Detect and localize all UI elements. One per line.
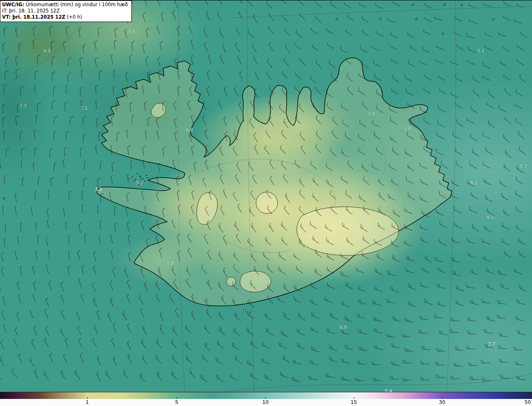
vestmannaeyjar-islands (243, 309, 250, 313)
weather-map-canvas: 7.44.35.17.37.13.02.62.86.85.55.73.36.13… (0, 0, 532, 406)
colorbar-tick: 1 (86, 399, 89, 406)
title-line: UWC/IG: Úrkomumætti (mm) og vindur í 100… (2, 2, 128, 8)
colorbar-tick: 30 (439, 399, 445, 406)
valid-time-bold: VT: þri. 18.11.2025 12Z (2, 14, 65, 20)
map-area: 7.44.35.17.37.13.02.62.86.85.55.73.36.13… (0, 0, 532, 406)
iceland-map-svg (0, 0, 532, 406)
colorbar-tick: 5 (175, 399, 178, 406)
colorbar-gradient (0, 392, 532, 399)
title-text: Úrkomumætti (mm) og vindur í 100m hæð (24, 2, 128, 7)
iceland-coastline (97, 58, 452, 306)
myrdalsjokull-outline (240, 271, 271, 292)
valid-time-line: VT: þri. 18.11.2025 12Z (+0 h) (2, 14, 128, 20)
model-name: UWC/IG: (2, 2, 24, 7)
colorbar-tick-labels: 1510153050 (0, 399, 532, 406)
colorbar-tick: 15 (351, 399, 357, 406)
colorbar-tick: 50 (525, 399, 531, 406)
valid-time-offset: (+0 h) (65, 14, 82, 20)
map-title-box: UWC/IG: Úrkomumætti (mm) og vindur í 100… (0, 0, 132, 22)
hofsjokull-outline (256, 192, 278, 214)
eyjafjallajokull-outline (227, 277, 236, 286)
colorbar: 1510153050 (0, 392, 532, 406)
breidafjordur-islands (128, 173, 148, 185)
colorbar-tick: 10 (262, 399, 268, 406)
init-time-line: IT: þri. 18. 11. 2025 12Z (2, 8, 128, 14)
